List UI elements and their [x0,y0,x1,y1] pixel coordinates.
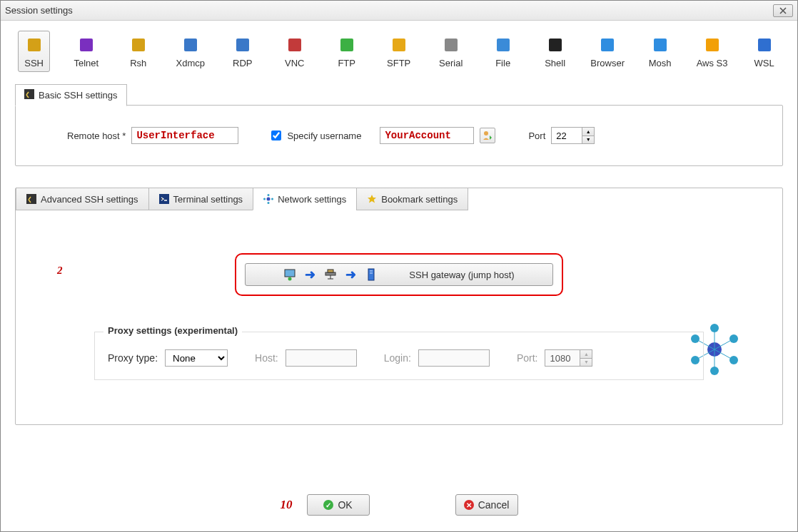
session-type-ssh[interactable]: SSH [18,31,50,72]
proxy-host-input [286,349,357,367]
close-button[interactable] [773,4,793,17]
rsh-icon [130,36,147,53]
username-input[interactable] [380,127,474,144]
session-type-label: Rsh [130,58,146,68]
basic-row: Remote host * Specify username Port ▲ ▼ [27,127,771,144]
session-type-shell[interactable]: Shell [539,36,571,68]
wsl-icon [756,36,773,53]
session-type-serial[interactable]: Serial [435,36,467,68]
arrow-icon: ➜ [305,267,315,282]
ok-button[interactable]: ✓ OK [307,494,370,516]
svg-rect-12 [654,39,667,51]
session-type-rdp[interactable]: RDP [226,36,258,68]
session-type-label: File [495,58,510,68]
network-settings-body: ➜ ➜ SSH gateway (jump host) [16,210,782,424]
session-type-browser[interactable]: Browser [591,36,624,68]
specify-username-checkbox[interactable] [271,131,281,140]
remote-host-input[interactable] [131,127,238,144]
tab-label: Terminal settings [173,194,243,205]
session-settings-window: Session settings SSH Telnet Rsh Xdmcp RD… [0,0,798,532]
session-type-vnc[interactable]: VNC [278,36,310,68]
aws-s3-icon [704,36,721,53]
session-type-mosh[interactable]: Mosh [644,36,676,68]
proxy-login-label: Login: [384,352,411,364]
svg-rect-26 [325,272,335,275]
ssh-icon [26,36,43,53]
ssh-gateway-button[interactable]: ➜ ➜ SSH gateway (jump host) [245,263,553,286]
file-icon [495,36,512,53]
session-type-xdmcp[interactable]: Xdmcp [174,36,206,68]
svg-rect-30 [370,272,373,272]
basic-ssh-tab[interactable]: Basic SSH settings [15,84,127,106]
jump-host-highlight: ➜ ➜ SSH gateway (jump host) [235,253,563,296]
tab-advanced-ssh-settings[interactable]: Advanced SSH settings [16,188,149,210]
ssh-gateway-label: SSH gateway (jump host) [409,270,514,280]
svg-rect-27 [328,270,333,272]
svg-rect-2 [132,39,145,51]
proxy-host-label: Host: [255,352,278,364]
sftp-icon [390,36,408,53]
port-input[interactable] [551,127,582,144]
tab-network-settings[interactable]: Network settings [253,188,357,210]
proxy-port-label: Port: [517,352,538,364]
annotation-10: 10 [281,498,293,512]
proxy-port-down-button: ▼ [580,359,592,367]
port-label: Port [528,131,545,141]
session-type-label: RDP [233,58,252,68]
session-type-label: Browser [590,58,625,68]
gateway-icon [324,268,337,281]
proxy-login-input [418,349,490,367]
credentials-button[interactable] [480,128,495,143]
proxy-port-up-button: ▲ [580,350,592,359]
user-terminal-icon [283,268,296,281]
browser-icon [599,36,616,53]
port-up-button[interactable]: ▲ [582,128,594,136]
proxy-settings-group: Proxy settings (experimental) Proxy type… [94,332,704,380]
session-type-label: WSL [754,58,774,68]
session-type-label: FTP [338,58,355,68]
ok-label: OK [338,499,352,511]
tab-label: Bookmark settings [381,194,458,205]
session-type-aws-s3[interactable]: Aws S3 [696,36,728,68]
server-icon [365,268,378,281]
tab-bookmark-settings[interactable]: Bookmark settings [356,188,468,210]
svg-rect-14 [758,39,771,51]
ftp-icon [338,36,355,53]
session-type-file[interactable]: File [487,36,519,68]
tab-label: Advanced SSH settings [41,194,138,205]
svg-point-19 [267,198,271,201]
close-icon [779,7,787,14]
network-tab-icon [263,194,273,204]
cancel-label: Cancel [478,499,510,511]
port-down-button[interactable]: ▼ [582,136,594,144]
shell-icon [547,36,564,53]
advanced-panel: Advanced SSH settingsTerminal settingsNe… [15,188,783,425]
svg-rect-24 [285,270,295,277]
tab-terminal-settings[interactable]: Terminal settings [148,188,254,210]
basic-ssh-panel: Basic SSH settings 2 3 Remote host * Spe… [15,105,783,166]
svg-rect-5 [288,39,301,51]
session-type-rsh[interactable]: Rsh [122,36,154,68]
session-type-label: Aws S3 [697,58,728,68]
cancel-button[interactable]: ✕ Cancel [455,494,518,516]
session-type-label: VNC [285,58,304,68]
bookmark-tab-icon [367,194,377,204]
vnc-icon [286,36,303,53]
telnet-icon [78,36,95,53]
proxy-port-input [545,349,580,367]
session-type-ftp[interactable]: FTP [330,36,363,68]
session-type-toolbar: SSH Telnet Rsh Xdmcp RDP VNC FTP SFTP [1,21,797,76]
advanced-tabs: Advanced SSH settingsTerminal settingsNe… [16,188,782,210]
ssh-tab-icon [24,89,34,101]
svg-point-21 [271,198,273,200]
dialog-footer: 10 ✓ OK ✕ Cancel [1,494,797,516]
svg-point-23 [263,198,266,200]
xdmcp-icon [182,36,199,53]
proxy-type-label: Proxy type: [108,352,158,364]
svg-point-20 [268,194,270,196]
proxy-type-select[interactable]: None [165,349,228,367]
session-type-wsl[interactable]: WSL [748,36,780,68]
session-type-telnet[interactable]: Telnet [70,36,102,68]
session-type-sftp[interactable]: SFTP [383,36,415,68]
session-type-label: SFTP [387,58,410,68]
